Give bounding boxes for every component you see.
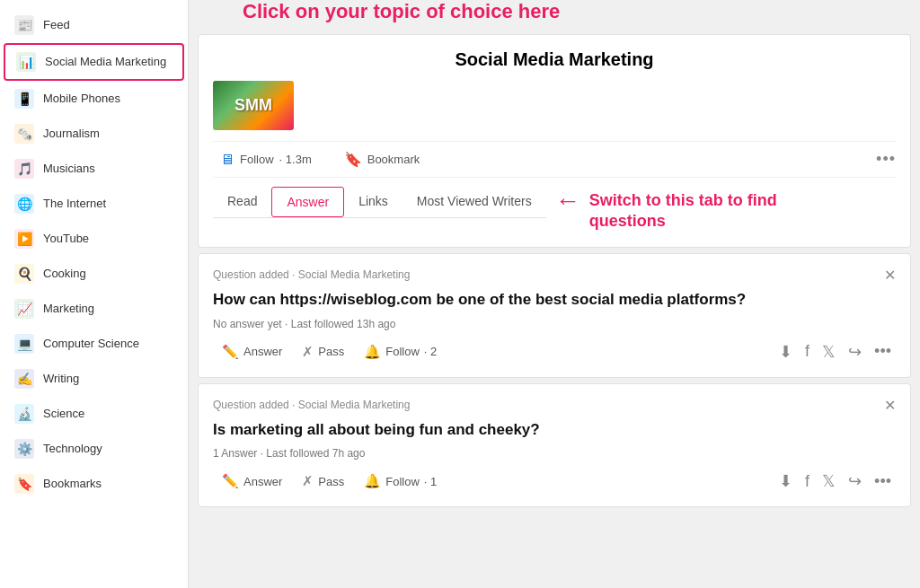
- questions-container: Question added · Social Media Marketing …: [198, 253, 911, 508]
- sidebar-icon-marketing: 📈: [14, 299, 34, 319]
- more-button-q1[interactable]: •••: [870, 339, 896, 364]
- downvote-button-q2[interactable]: ⬇: [774, 469, 797, 494]
- annotation-top: Click on your topic of choice here: [243, 0, 560, 23]
- facebook-button-q1[interactable]: f: [801, 339, 814, 364]
- question-card-q2: Question added · Social Media Marketing …: [198, 383, 911, 508]
- bookmark-label: Bookmark: [367, 153, 420, 166]
- question-close-q2[interactable]: ✕: [884, 397, 896, 414]
- tab-links[interactable]: Links: [344, 187, 402, 217]
- topic-banner: SMM: [213, 81, 294, 130]
- pass-button-q1[interactable]: ✗ Pass: [293, 339, 353, 364]
- sidebar-label-social-media-marketing: Social Media Marketing: [45, 55, 166, 70]
- follow-icon-q1: 🔔: [364, 344, 381, 360]
- sidebar-item-musicians[interactable]: 🎵 Musicians: [4, 152, 184, 186]
- question-topic-q1: Question added · Social Media Marketing: [213, 268, 410, 281]
- sidebar-icon-the-internet: 🌐: [14, 194, 34, 214]
- tab-most-viewed[interactable]: Most Viewed Writers: [402, 187, 546, 217]
- follow-icon: 🖥: [220, 152, 234, 168]
- sidebar-item-bookmarks[interactable]: 🔖 Bookmarks: [4, 467, 184, 501]
- sidebar-item-youtube[interactable]: ▶️ YouTube: [4, 222, 184, 256]
- sidebar-label-musicians: Musicians: [43, 162, 95, 177]
- share-button-q1[interactable]: ↪: [844, 339, 866, 364]
- sidebar-item-computer-science[interactable]: 💻 Computer Science: [4, 327, 184, 361]
- sidebar-item-the-internet[interactable]: 🌐 The Internet: [4, 187, 184, 221]
- more-options-button[interactable]: •••: [876, 150, 896, 169]
- downvote-button-q1[interactable]: ⬇: [774, 339, 797, 364]
- main-content: Click on your topic of choice here Socia…: [189, 0, 920, 588]
- tab-answer[interactable]: Answer: [271, 187, 344, 217]
- sidebar-item-marketing[interactable]: 📈 Marketing: [4, 292, 184, 326]
- twitter-button-q1[interactable]: 𝕏: [818, 339, 840, 364]
- question-text-q2: Is marketing all about being fun and che…: [213, 419, 896, 441]
- answer-button-q1[interactable]: ✏️ Answer: [213, 339, 291, 364]
- pass-label-q2: Pass: [318, 475, 344, 488]
- question-close-q1[interactable]: ✕: [884, 267, 896, 284]
- sidebar-label-journalism: Journalism: [43, 127, 100, 142]
- pass-button-q2[interactable]: ✗ Pass: [293, 469, 353, 494]
- answer-icon-q2: ✏️: [222, 473, 239, 489]
- sidebar-label-writing: Writing: [43, 372, 79, 387]
- follow-count-q2: · 1: [424, 475, 437, 488]
- share-button-q2[interactable]: ↪: [844, 469, 866, 494]
- question-topic-q2: Question added · Social Media Marketing: [213, 399, 410, 411]
- pass-icon-q2: ✗: [302, 473, 314, 489]
- follow-label-q1: Follow: [385, 345, 420, 358]
- sidebar-icon-youtube: ▶️: [14, 229, 34, 249]
- right-buttons-q2: ⬇ f 𝕏 ↪ •••: [774, 469, 896, 494]
- sidebar-item-feed[interactable]: 📰 Feed: [4, 8, 184, 42]
- follow-label-q2: Follow: [385, 475, 420, 488]
- pass-icon-q1: ✗: [302, 344, 314, 360]
- follow-button-q1[interactable]: 🔔 Follow · 2: [355, 339, 446, 364]
- answer-icon-q1: ✏️: [222, 344, 239, 360]
- sidebar-item-writing[interactable]: ✍️ Writing: [4, 362, 184, 396]
- sidebar-label-youtube: YouTube: [43, 232, 89, 247]
- more-button-q2[interactable]: •••: [870, 470, 896, 494]
- question-meta-q1: Question added · Social Media Marketing …: [213, 267, 896, 284]
- follow-button-q2[interactable]: 🔔 Follow · 1: [355, 469, 446, 494]
- sidebar-icon-writing: ✍️: [14, 369, 34, 389]
- question-buttons-q1: ✏️ Answer ✗ Pass 🔔 Follow · 2 ⬇ f 𝕏 ↪ ••…: [213, 339, 896, 364]
- sidebar-item-technology[interactable]: ⚙️ Technology: [4, 432, 184, 466]
- answer-button-q2[interactable]: ✏️ Answer: [213, 469, 291, 494]
- answer-label-q1: Answer: [243, 345, 282, 358]
- question-card-q1: Question added · Social Media Marketing …: [198, 253, 911, 378]
- question-text-q1: How can https://wiseblog.com be one of t…: [213, 289, 896, 311]
- sidebar-item-cooking[interactable]: 🍳 Cooking: [4, 257, 184, 291]
- question-status-q1: No answer yet · Last followed 13h ago: [213, 318, 896, 330]
- follow-button[interactable]: 🖥 Follow · 1.3m: [213, 148, 319, 171]
- sidebar-label-technology: Technology: [43, 442, 102, 457]
- sidebar-icon-feed: 📰: [14, 15, 34, 35]
- sidebar-icon-cooking: 🍳: [14, 264, 34, 284]
- sidebar-icon-journalism: 🗞️: [14, 124, 34, 144]
- sidebar-label-bookmarks: Bookmarks: [43, 477, 102, 492]
- tabs-row: ReadAnswerLinksMost Viewed Writers ← Swi…: [213, 187, 896, 233]
- sidebar-item-mobile-phones[interactable]: 📱 Mobile Phones: [4, 82, 184, 116]
- sidebar-label-feed: Feed: [43, 18, 70, 33]
- follow-label: Follow: [240, 153, 274, 166]
- sidebar-item-journalism[interactable]: 🗞️ Journalism: [4, 117, 184, 151]
- bookmark-button[interactable]: 🔖 Bookmark: [337, 147, 428, 171]
- twitter-button-q2[interactable]: 𝕏: [818, 469, 840, 494]
- sidebar-label-mobile-phones: Mobile Phones: [43, 92, 120, 107]
- sidebar-icon-bookmarks: 🔖: [14, 474, 34, 494]
- sidebar-item-social-media-marketing[interactable]: 📊 Social Media Marketing: [4, 43, 184, 81]
- sidebar-icon-technology: ⚙️: [14, 439, 34, 459]
- sidebar-label-science: Science: [43, 407, 84, 422]
- topic-actions: 🖥 Follow · 1.3m 🔖 Bookmark •••: [213, 141, 896, 178]
- sidebar-label-the-internet: The Internet: [43, 197, 106, 212]
- pass-label-q1: Pass: [318, 345, 344, 358]
- question-meta-q2: Question added · Social Media Marketing …: [213, 397, 896, 414]
- follow-count: · 1.3m: [279, 153, 312, 166]
- sidebar-icon-mobile-phones: 📱: [14, 89, 34, 109]
- tab-annotation-text: Switch to this tab to find questions: [589, 190, 841, 233]
- sidebar-icon-musicians: 🎵: [14, 159, 34, 179]
- tab-arrow-icon: ←: [555, 187, 580, 215]
- tab-read[interactable]: Read: [213, 187, 271, 217]
- sidebar-label-marketing: Marketing: [43, 302, 94, 317]
- tab-annotation: ← Switch to this tab to find questions: [555, 187, 841, 233]
- sidebar-icon-science: 🔬: [14, 404, 34, 424]
- facebook-button-q2[interactable]: f: [801, 470, 814, 494]
- sidebar-item-science[interactable]: 🔬 Science: [4, 397, 184, 431]
- sidebar: 📰 Feed 📊 Social Media Marketing 📱 Mobile…: [0, 0, 189, 588]
- sidebar-label-cooking: Cooking: [43, 267, 86, 282]
